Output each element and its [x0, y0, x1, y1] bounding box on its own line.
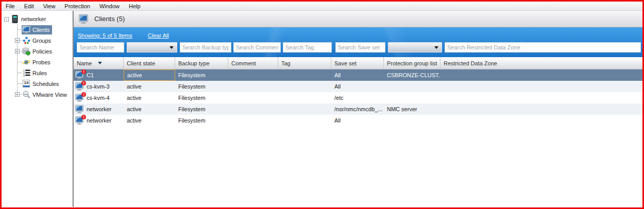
navigation-tree: - networker Clients +	[2, 11, 73, 207]
client-name: networker	[87, 106, 111, 112]
clear-all-link[interactable]: Clear All	[148, 32, 169, 39]
alert-badge: !	[81, 69, 86, 74]
column-header-protection-group-list[interactable]: Protection group list	[384, 57, 440, 69]
column-header-comment[interactable]: Comment	[228, 57, 278, 69]
search-tag-input[interactable]	[283, 42, 332, 53]
tree-item-clients[interactable]: Clients	[2, 24, 72, 35]
tree-item-schedules[interactable]: 14 Schedules	[2, 78, 72, 89]
search-save-set-input[interactable]	[335, 42, 385, 53]
menu-view[interactable]: View	[43, 3, 56, 9]
menu-bar: File Edit View Protection Window Help	[2, 2, 642, 11]
search-comment-input[interactable]	[233, 42, 281, 53]
monitor-icon	[22, 26, 30, 34]
tree-label-probes: Probes	[32, 59, 50, 65]
tree-label-policies: Policies	[32, 48, 52, 55]
client-state-filter-dropdown[interactable]	[127, 42, 177, 53]
tree-label-networker: networker	[21, 16, 46, 22]
column-header-backup-type[interactable]: Backup type	[175, 57, 228, 69]
menu-help[interactable]: Help	[129, 3, 141, 9]
menu-edit[interactable]: Edit	[24, 3, 34, 9]
svg-text:vm: vm	[24, 92, 28, 95]
menu-window[interactable]: Window	[99, 3, 120, 9]
svg-text:3: 3	[23, 74, 24, 77]
client-name: C1	[87, 72, 94, 78]
vmware-view-icon: vm	[22, 91, 30, 99]
table-row-c1[interactable]: ! C1 active Filesystem All CSBRONZE-CLUS…	[74, 69, 642, 81]
client-alert-icon: !	[75, 82, 83, 91]
tree-expander-groups[interactable]: +	[15, 38, 20, 43]
tree-label-groups: Groups	[32, 38, 51, 44]
tree-label-rules: Rules	[32, 70, 47, 76]
menu-protection[interactable]: Protection	[64, 3, 90, 9]
alert-badge: !	[81, 92, 86, 97]
table-row-networker-nmc[interactable]: networker active Filesystem /nsr/nmc/nmc…	[74, 103, 642, 115]
page-title: Clients (5)	[94, 15, 125, 23]
tree-label-vmware-view: VMware View	[32, 92, 67, 98]
tree-expander-networker[interactable]: -	[4, 17, 9, 22]
client-name: networker	[87, 117, 111, 124]
table-row-cs-kvm-4[interactable]: ! cs-kvm-4 active Filesystem /etc	[74, 92, 642, 103]
rules-icon: 123	[22, 69, 30, 77]
chevron-down-icon	[170, 46, 174, 49]
clients-header-icon	[78, 14, 89, 24]
table-header: Name Client state Backup type Comment Ta…	[74, 57, 642, 69]
chevron-down-icon	[434, 46, 438, 49]
alert-badge: !	[81, 115, 86, 119]
client-icon	[75, 105, 83, 113]
probes-icon	[22, 58, 30, 66]
filter-bar: Showing: 5 of 5 Items Clear All	[74, 27, 642, 57]
column-header-restricted-data-zone[interactable]: Restricted Data Zone	[440, 57, 642, 69]
tree-item-vmware-view[interactable]: + vm VMware View	[2, 89, 72, 100]
sort-descending-icon	[98, 62, 102, 64]
menu-file[interactable]: File	[6, 3, 15, 9]
alert-badge: !	[81, 81, 86, 85]
search-backup-type-input[interactable]	[180, 42, 231, 53]
panel-header: Clients (5)	[74, 11, 642, 27]
tree-label-clients: Clients	[32, 27, 50, 33]
networker-console-window: File Edit View Protection Window Help - …	[0, 0, 644, 209]
tree-expander-policies[interactable]: +	[15, 49, 20, 54]
tree-item-policies[interactable]: + Policies	[2, 46, 72, 57]
schedules-icon: 14	[22, 80, 30, 88]
search-name-input[interactable]	[77, 42, 124, 53]
tree-item-groups[interactable]: + Groups	[2, 35, 72, 46]
tree-item-probes[interactable]: Probes	[2, 57, 72, 67]
clients-panel: Clients (5) Showing: 5 of 5 Items Clear …	[74, 11, 642, 207]
client-table: ! C1 active Filesystem All CSBRONZE-CLUS…	[74, 69, 642, 126]
client-alert-icon: !	[75, 94, 83, 102]
client-name: cs-kvm-4	[87, 95, 110, 101]
client-name: cs-kvm-3	[87, 83, 110, 90]
server-icon	[11, 15, 19, 23]
policies-icon	[22, 47, 30, 56]
groups-icon	[22, 37, 30, 45]
showing-items-link[interactable]: Showing: 5 of 5 Items	[78, 32, 132, 39]
tree-label-schedules: Schedules	[32, 81, 59, 87]
tree-item-networker[interactable]: - networker	[2, 14, 72, 24]
client-alert-icon: !	[75, 116, 83, 125]
column-header-save-set[interactable]: Save set	[331, 57, 384, 69]
table-row-cs-kvm-3[interactable]: ! cs-kvm-3 active Filesystem All	[74, 81, 642, 92]
column-header-client-state[interactable]: Client state	[124, 57, 175, 69]
protection-group-filter-dropdown[interactable]	[388, 42, 442, 53]
cell-client-state[interactable]: active	[124, 69, 175, 81]
column-header-tag[interactable]: Tag	[278, 57, 331, 69]
tree-item-rules[interactable]: 123 Rules	[2, 67, 72, 78]
column-header-name[interactable]: Name	[74, 57, 124, 69]
table-row-networker[interactable]: ! networker active Filesystem All	[74, 115, 642, 126]
tree-expander-vmware-view[interactable]: +	[15, 92, 20, 97]
client-alert-icon: !	[75, 71, 83, 79]
search-restricted-data-zone-input[interactable]	[445, 42, 641, 53]
